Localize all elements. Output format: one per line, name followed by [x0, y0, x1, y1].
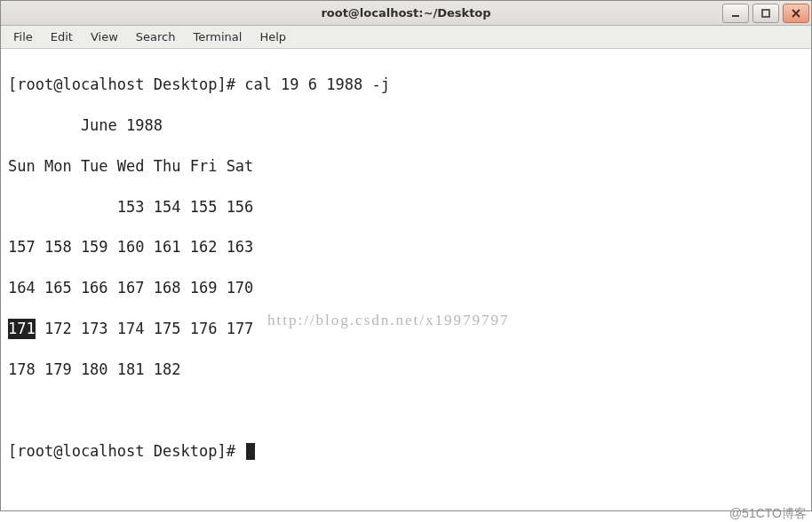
menu-terminal[interactable]: Terminal [184, 28, 251, 46]
menubar: File Edit View Search Terminal Help [1, 26, 811, 49]
prompt-line-1: [root@localhost Desktop]# cal 19 6 1988 … [8, 75, 804, 95]
cal-row-4: 171 172 173 174 175 176 177 [8, 319, 804, 339]
maximize-icon [761, 9, 770, 18]
terminal-window: root@localhost:~/Desktop File Edit View … [0, 0, 812, 511]
cal-row-1: 153 154 155 156 [8, 197, 804, 218]
cal-row-3: 164 165 166 167 168 169 170 [8, 278, 804, 298]
prompt-user: root@localhost [17, 75, 144, 93]
menu-edit[interactable]: Edit [42, 28, 82, 46]
maximize-button[interactable] [752, 4, 779, 23]
svg-rect-1 [762, 10, 769, 17]
titlebar[interactable]: root@localhost:~/Desktop [1, 1, 811, 26]
command-text: cal 19 6 1988 -j [244, 75, 390, 93]
window-title: root@localhost:~/Desktop [1, 6, 811, 20]
svg-rect-0 [732, 15, 739, 17]
cal-highlighted-day: 171 [8, 319, 36, 339]
cal-title: June 1988 [8, 115, 804, 136]
close-button[interactable] [783, 4, 809, 23]
terminal-output[interactable]: [root@localhost Desktop]# cal 19 6 1988 … [1, 49, 811, 510]
cal-row-4-rest: 172 173 174 175 176 177 [36, 320, 254, 337]
cal-day-header: Sun Mon Tue Wed Thu Fri Sat [8, 156, 804, 177]
cal-row-2: 157 158 159 160 161 162 163 [8, 237, 804, 257]
minimize-button[interactable] [722, 4, 749, 23]
menu-file[interactable]: File [4, 28, 42, 46]
prompt-line-2: [root@localhost Desktop]# [8, 441, 804, 462]
minimize-icon [731, 9, 740, 18]
prompt-2-text: [root@localhost Desktop]# [8, 442, 244, 460]
terminal-cursor [246, 443, 255, 460]
cal-row-5: 178 179 180 181 182 [8, 360, 804, 380]
blank-line [8, 400, 804, 421]
window-controls [720, 1, 811, 26]
prompt-cwd: Desktop [154, 75, 218, 93]
menu-view[interactable]: View [82, 28, 127, 46]
close-icon [792, 9, 800, 18]
menu-search[interactable]: Search [127, 28, 185, 46]
menu-help[interactable]: Help [251, 28, 295, 46]
